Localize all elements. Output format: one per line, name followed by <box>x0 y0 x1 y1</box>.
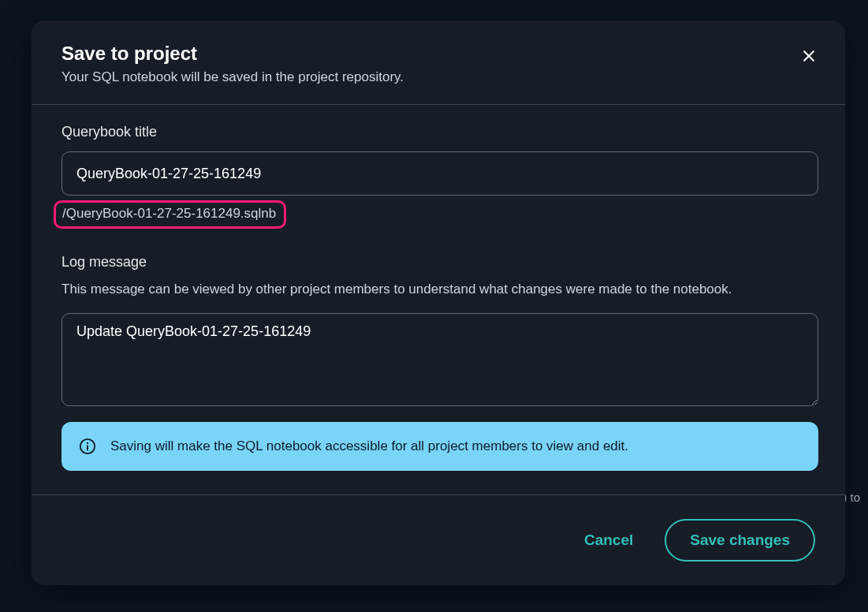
close-button[interactable] <box>796 44 821 69</box>
log-message-description: This message can be viewed by other proj… <box>61 282 815 297</box>
querybook-title-label: Querybook title <box>61 124 815 140</box>
modal-body: Querybook title /QueryBook-01-27-25-1612… <box>32 105 845 494</box>
info-icon <box>79 438 96 455</box>
close-icon <box>801 48 817 66</box>
cancel-button[interactable]: Cancel <box>575 524 643 557</box>
modal-header: Save to project Your SQL notebook will b… <box>32 21 845 104</box>
modal-footer: Cancel Save changes <box>32 495 845 585</box>
log-message-section: Log message This message can be viewed b… <box>61 254 815 409</box>
querybook-title-input[interactable] <box>61 151 818 196</box>
info-text: Saving will make the SQL notebook access… <box>110 438 628 454</box>
log-message-input[interactable] <box>61 313 818 406</box>
modal-subtitle: Your SQL notebook will be saved in the p… <box>61 69 815 85</box>
svg-point-4 <box>87 442 88 444</box>
file-path-text: /QueryBook-01-27-25-161249.sqlnb <box>62 206 276 221</box>
log-message-label: Log message <box>61 254 815 271</box>
info-banner: Saving will make the SQL notebook access… <box>61 422 818 471</box>
modal-title: Save to project <box>61 43 815 65</box>
background-text-fragment: ) to <box>843 491 860 504</box>
file-path-highlight: /QueryBook-01-27-25-161249.sqlnb <box>54 200 286 229</box>
save-changes-button[interactable]: Save changes <box>665 519 815 562</box>
save-to-project-modal: Save to project Your SQL notebook will b… <box>32 21 845 585</box>
